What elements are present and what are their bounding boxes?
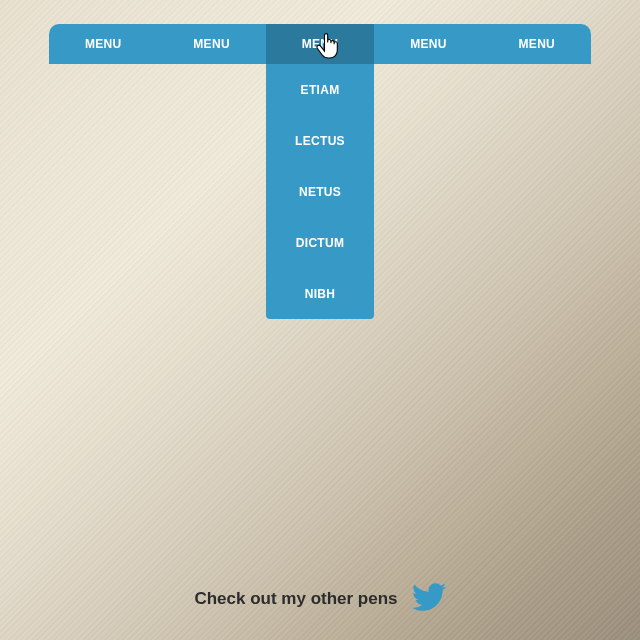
nav-item-3[interactable]: MENU xyxy=(374,24,482,64)
dropdown-item-1[interactable]: LECTUS xyxy=(266,115,374,166)
dropdown-item-3[interactable]: DICTUM xyxy=(266,217,374,268)
dropdown-item-2[interactable]: NETUS xyxy=(266,166,374,217)
dropdown-item-0[interactable]: ETIAM xyxy=(266,64,374,115)
dropdown-item-label: ETIAM xyxy=(301,83,340,97)
dropdown-item-4[interactable]: NIBH xyxy=(266,268,374,319)
nav-item-label: MENU xyxy=(410,37,447,51)
dropdown-item-label: DICTUM xyxy=(296,236,344,250)
dropdown-item-label: LECTUS xyxy=(295,134,345,148)
dropdown-item-label: NIBH xyxy=(305,287,336,301)
nav-item-label: MENU xyxy=(193,37,230,51)
twitter-icon xyxy=(412,580,446,618)
nav-item-1[interactable]: MENU xyxy=(157,24,265,64)
dropdown-item-label: NETUS xyxy=(299,185,341,199)
footer-text: Check out my other pens xyxy=(194,589,397,609)
twitter-link[interactable] xyxy=(412,580,446,618)
footer: Check out my other pens xyxy=(0,580,640,618)
main-nav: MENU MENU MENU ETIAM LECTUS NETUS DICTUM… xyxy=(49,24,591,64)
nav-item-0[interactable]: MENU xyxy=(49,24,157,64)
nav-item-label: MENU xyxy=(85,37,122,51)
nav-item-label: MENU xyxy=(302,37,339,51)
nav-dropdown: ETIAM LECTUS NETUS DICTUM NIBH xyxy=(266,64,374,319)
nav-item-4[interactable]: MENU xyxy=(483,24,591,64)
nav-item-label: MENU xyxy=(519,37,556,51)
nav-item-2[interactable]: MENU ETIAM LECTUS NETUS DICTUM NIBH xyxy=(266,24,374,64)
